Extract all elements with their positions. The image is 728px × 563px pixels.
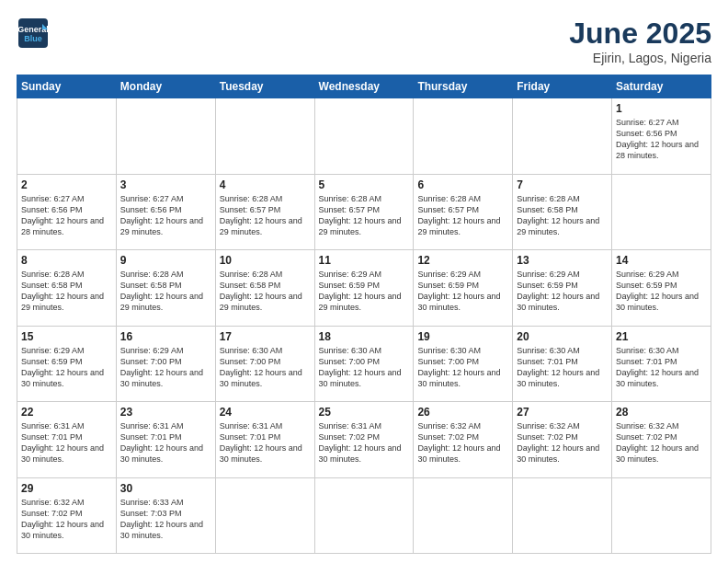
day-number: 7 bbox=[517, 178, 608, 191]
header: General Blue June 2025 Ejirin, Lagos, Ni… bbox=[17, 17, 711, 65]
calendar-cell-9: 9Sunrise: 6:28 AMSunset: 6:58 PMDaylight… bbox=[116, 250, 215, 327]
calendar-cell-19: 19Sunrise: 6:30 AMSunset: 7:00 PMDayligh… bbox=[414, 326, 513, 402]
day-header-monday: Monday bbox=[116, 75, 215, 98]
cell-info: Sunrise: 6:30 AMSunset: 7:01 PMDaylight:… bbox=[517, 346, 599, 388]
calendar-week-6: 29Sunrise: 6:32 AMSunset: 7:02 PMDayligh… bbox=[17, 477, 711, 554]
cell-info: Sunrise: 6:32 AMSunset: 7:02 PMDaylight:… bbox=[517, 421, 599, 464]
cell-info: Sunrise: 6:32 AMSunset: 7:02 PMDaylight:… bbox=[21, 498, 104, 540]
calendar-cell-7: 7Sunrise: 6:28 AMSunset: 6:58 PMDaylight… bbox=[513, 174, 612, 250]
calendar-cell-11: 11Sunrise: 6:29 AMSunset: 6:59 PMDayligh… bbox=[314, 250, 414, 327]
calendar-cell-4: 4Sunrise: 6:28 AMSunset: 6:57 PMDaylight… bbox=[215, 174, 314, 250]
cell-info: Sunrise: 6:29 AMSunset: 7:00 PMDaylight:… bbox=[120, 346, 203, 388]
day-number: 17 bbox=[220, 330, 311, 343]
calendar-cell-22: 22Sunrise: 6:31 AMSunset: 7:01 PMDayligh… bbox=[17, 402, 117, 478]
day-number: 23 bbox=[120, 406, 211, 419]
calendar-cell-empty bbox=[116, 98, 215, 175]
calendar-week-5: 22Sunrise: 6:31 AMSunset: 7:01 PMDayligh… bbox=[17, 402, 711, 478]
calendar-cell-2: 2Sunrise: 6:27 AMSunset: 6:56 PMDaylight… bbox=[17, 174, 117, 250]
calendar-cell-18: 18Sunrise: 6:30 AMSunset: 7:00 PMDayligh… bbox=[314, 326, 414, 402]
calendar-cell-29: 29Sunrise: 6:32 AMSunset: 7:02 PMDayligh… bbox=[17, 477, 117, 554]
calendar-cell-24: 24Sunrise: 6:31 AMSunset: 7:01 PMDayligh… bbox=[215, 402, 314, 478]
calendar-week-4: 15Sunrise: 6:29 AMSunset: 6:59 PMDayligh… bbox=[17, 326, 711, 402]
cell-info: Sunrise: 6:27 AMSunset: 6:56 PMDaylight:… bbox=[120, 194, 203, 236]
logo: General Blue bbox=[17, 17, 53, 50]
day-header-saturday: Saturday bbox=[612, 75, 711, 98]
day-number: 12 bbox=[417, 254, 508, 267]
day-number: 6 bbox=[417, 178, 508, 191]
day-number: 24 bbox=[220, 406, 311, 419]
cell-info: Sunrise: 6:30 AMSunset: 7:01 PMDaylight:… bbox=[616, 346, 699, 388]
cell-info: Sunrise: 6:31 AMSunset: 7:02 PMDaylight:… bbox=[319, 421, 402, 464]
day-header-tuesday: Tuesday bbox=[215, 75, 314, 98]
calendar-cell-13: 13Sunrise: 6:29 AMSunset: 6:59 PMDayligh… bbox=[513, 250, 612, 327]
calendar-header-row: SundayMondayTuesdayWednesdayThursdayFrid… bbox=[17, 75, 711, 98]
calendar-cell-16: 16Sunrise: 6:29 AMSunset: 7:00 PMDayligh… bbox=[116, 326, 215, 402]
calendar-cell-empty bbox=[215, 98, 314, 175]
calendar-cell-30: 30Sunrise: 6:33 AMSunset: 7:03 PMDayligh… bbox=[116, 477, 215, 554]
calendar-week-3: 8Sunrise: 6:28 AMSunset: 6:58 PMDaylight… bbox=[17, 250, 711, 327]
calendar-cell-empty bbox=[17, 98, 117, 175]
day-number: 11 bbox=[319, 254, 410, 267]
calendar-cell-empty bbox=[513, 477, 612, 554]
day-number: 2 bbox=[21, 178, 112, 191]
calendar-cell-3: 3Sunrise: 6:27 AMSunset: 6:56 PMDaylight… bbox=[116, 174, 215, 250]
day-number: 22 bbox=[21, 406, 112, 419]
calendar-cell-21: 21Sunrise: 6:30 AMSunset: 7:01 PMDayligh… bbox=[612, 326, 711, 402]
day-number: 20 bbox=[517, 330, 608, 343]
cell-info: Sunrise: 6:28 AMSunset: 6:58 PMDaylight:… bbox=[517, 194, 599, 236]
month-title: June 2025 bbox=[569, 17, 711, 51]
day-number: 30 bbox=[120, 482, 211, 495]
calendar-cell-20: 20Sunrise: 6:30 AMSunset: 7:01 PMDayligh… bbox=[513, 326, 612, 402]
day-number: 3 bbox=[120, 178, 211, 191]
day-number: 14 bbox=[616, 254, 707, 267]
cell-info: Sunrise: 6:30 AMSunset: 7:00 PMDaylight:… bbox=[417, 346, 500, 388]
calendar-cell-27: 27Sunrise: 6:32 AMSunset: 7:02 PMDayligh… bbox=[513, 402, 612, 478]
cell-info: Sunrise: 6:27 AMSunset: 6:56 PMDaylight:… bbox=[616, 118, 699, 160]
cell-info: Sunrise: 6:28 AMSunset: 6:58 PMDaylight:… bbox=[220, 270, 302, 312]
day-number: 21 bbox=[616, 330, 707, 343]
calendar-cell-empty bbox=[513, 98, 612, 175]
cell-info: Sunrise: 6:29 AMSunset: 6:59 PMDaylight:… bbox=[21, 346, 104, 388]
cell-info: Sunrise: 6:27 AMSunset: 6:56 PMDaylight:… bbox=[21, 194, 104, 236]
day-number: 9 bbox=[120, 254, 211, 267]
cell-info: Sunrise: 6:31 AMSunset: 7:01 PMDaylight:… bbox=[220, 421, 302, 464]
cell-info: Sunrise: 6:28 AMSunset: 6:58 PMDaylight:… bbox=[120, 270, 203, 312]
calendar-cell-empty bbox=[414, 477, 513, 554]
logo-icon: General Blue bbox=[17, 17, 50, 50]
calendar-cell-26: 26Sunrise: 6:32 AMSunset: 7:02 PMDayligh… bbox=[414, 402, 513, 478]
day-header-sunday: Sunday bbox=[17, 75, 117, 98]
calendar-cell-25: 25Sunrise: 6:31 AMSunset: 7:02 PMDayligh… bbox=[314, 402, 414, 478]
cell-info: Sunrise: 6:28 AMSunset: 6:58 PMDaylight:… bbox=[21, 270, 104, 312]
day-number: 28 bbox=[616, 406, 707, 419]
calendar-cell-1: 1Sunrise: 6:27 AMSunset: 6:56 PMDaylight… bbox=[612, 98, 711, 175]
day-number: 29 bbox=[21, 482, 112, 495]
cell-info: Sunrise: 6:33 AMSunset: 7:03 PMDaylight:… bbox=[120, 498, 203, 540]
calendar-cell-8: 8Sunrise: 6:28 AMSunset: 6:58 PMDaylight… bbox=[17, 250, 117, 327]
calendar-cell-17: 17Sunrise: 6:30 AMSunset: 7:00 PMDayligh… bbox=[215, 326, 314, 402]
calendar-cell-empty bbox=[414, 98, 513, 175]
cell-info: Sunrise: 6:28 AMSunset: 6:57 PMDaylight:… bbox=[220, 194, 302, 236]
cell-info: Sunrise: 6:31 AMSunset: 7:01 PMDaylight:… bbox=[21, 421, 104, 464]
calendar-cell-empty bbox=[215, 477, 314, 554]
calendar-cell-12: 12Sunrise: 6:29 AMSunset: 6:59 PMDayligh… bbox=[414, 250, 513, 327]
location: Ejirin, Lagos, Nigeria bbox=[569, 51, 711, 65]
day-number: 10 bbox=[220, 254, 311, 267]
day-number: 26 bbox=[417, 406, 508, 419]
calendar-week-2: 2Sunrise: 6:27 AMSunset: 6:56 PMDaylight… bbox=[17, 174, 711, 250]
cell-info: Sunrise: 6:32 AMSunset: 7:02 PMDaylight:… bbox=[417, 421, 500, 464]
day-number: 15 bbox=[21, 330, 112, 343]
day-number: 5 bbox=[319, 178, 410, 191]
day-number: 19 bbox=[417, 330, 508, 343]
cell-info: Sunrise: 6:29 AMSunset: 6:59 PMDaylight:… bbox=[616, 270, 699, 312]
cell-info: Sunrise: 6:28 AMSunset: 6:57 PMDaylight:… bbox=[319, 194, 402, 236]
calendar-cell-28: 28Sunrise: 6:32 AMSunset: 7:02 PMDayligh… bbox=[612, 402, 711, 478]
cell-info: Sunrise: 6:30 AMSunset: 7:00 PMDaylight:… bbox=[220, 346, 302, 388]
cell-info: Sunrise: 6:28 AMSunset: 6:57 PMDaylight:… bbox=[417, 194, 500, 236]
calendar-cell-empty bbox=[314, 98, 414, 175]
calendar-cell-14: 14Sunrise: 6:29 AMSunset: 6:59 PMDayligh… bbox=[612, 250, 711, 327]
cell-info: Sunrise: 6:30 AMSunset: 7:00 PMDaylight:… bbox=[319, 346, 402, 388]
cell-info: Sunrise: 6:32 AMSunset: 7:02 PMDaylight:… bbox=[616, 421, 699, 464]
calendar-cell-empty bbox=[612, 477, 711, 554]
calendar-cell-15: 15Sunrise: 6:29 AMSunset: 6:59 PMDayligh… bbox=[17, 326, 117, 402]
day-number: 27 bbox=[517, 406, 608, 419]
